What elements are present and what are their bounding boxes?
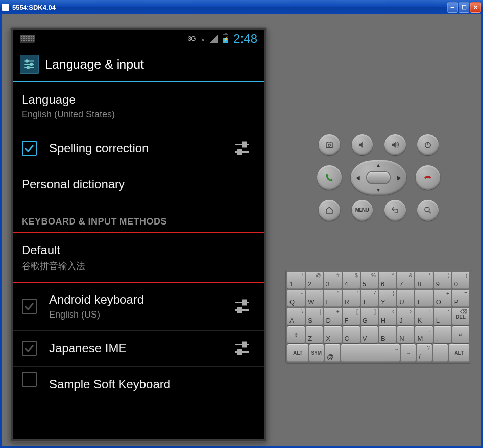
- key-3[interactable]: 3#: [324, 272, 341, 289]
- menu-button[interactable]: MENU: [352, 200, 373, 221]
- key-x[interactable]: X: [324, 326, 341, 343]
- dpad-down-icon[interactable]: ▼: [376, 187, 381, 193]
- dpad[interactable]: ▲ ▼ ◀ ▶: [351, 160, 406, 195]
- key-o[interactable]: O+: [434, 290, 451, 307]
- svg-rect-17: [238, 350, 241, 354]
- end-call-button[interactable]: [416, 165, 440, 190]
- row-personal-dictionary[interactable]: Personal dictionary: [13, 166, 264, 202]
- key-4[interactable]: 4$: [343, 272, 360, 289]
- key-5[interactable]: 5%: [361, 272, 378, 289]
- key-u[interactable]: U-: [397, 290, 414, 307]
- key-↵[interactable]: ↵: [452, 326, 469, 343]
- home-button[interactable]: [319, 200, 340, 221]
- checkbox-checked-disabled-icon[interactable]: [22, 341, 37, 356]
- key-g[interactable]: G]: [361, 308, 378, 325]
- key-alt[interactable]: ALT: [287, 344, 308, 362]
- settings-sliders-button[interactable]: [219, 130, 264, 166]
- hardware-keyboard: 1!2@3#4$5%6^7&8*9(0) Q~W`E"R'T{Y}U-I_O+P…: [285, 270, 471, 364]
- key-e[interactable]: E": [324, 290, 341, 307]
- row-title: Japanese IME: [49, 341, 214, 356]
- key-f[interactable]: F[: [343, 308, 360, 325]
- row-default-input[interactable]: Default 谷歌拼音输入法: [13, 232, 264, 283]
- key-sym[interactable]: SYM: [309, 344, 324, 362]
- minimize-button[interactable]: ━: [447, 2, 458, 13]
- checkbox-unchecked-icon[interactable]: [22, 372, 37, 387]
- key-⇧[interactable]: ⇧: [287, 326, 305, 343]
- window-title: 5554:SDK4.04: [12, 4, 56, 11]
- svg-point-5: [27, 66, 29, 68]
- key-2[interactable]: 2@: [306, 272, 323, 289]
- window-body: 3G ✕ ⚡ 2:48 Language & input: [0, 14, 483, 448]
- row-japanese-ime[interactable]: Japanese IME: [13, 331, 264, 367]
- key-k[interactable]: K;: [415, 308, 432, 325]
- row-language[interactable]: Language English (United States): [13, 82, 264, 130]
- row-spelling-correction[interactable]: Spelling correction: [13, 130, 264, 166]
- device-screen: 3G ✕ ⚡ 2:48 Language & input: [13, 30, 264, 439]
- call-button[interactable]: [317, 165, 342, 190]
- checkbox-checked-icon[interactable]: [22, 141, 37, 156]
- ime-indicator-icon: [20, 35, 35, 43]
- row-subtitle: 谷歌拼音输入法: [22, 260, 255, 272]
- key-9[interactable]: 9(: [434, 272, 451, 289]
- row-title: Sample Soft Keyboard: [49, 377, 255, 392]
- key-@[interactable]: @: [325, 344, 340, 362]
- key-space[interactable]: [433, 344, 448, 362]
- window-titlebar[interactable]: 5554:SDK4.04 ━ ☐ ✕: [0, 0, 483, 14]
- key-del[interactable]: DEL⌫: [452, 308, 469, 325]
- key-7[interactable]: 7&: [397, 272, 414, 289]
- key-8[interactable]: 8*: [415, 272, 432, 289]
- back-button[interactable]: [384, 200, 406, 221]
- row-sample-soft-keyboard[interactable]: Sample Soft Keyboard: [13, 367, 264, 392]
- settings-list[interactable]: Language English (United States) Spellin…: [13, 82, 264, 392]
- row-android-keyboard[interactable]: Android keyboard English (US): [13, 282, 264, 331]
- key-l[interactable]: L:: [434, 308, 451, 325]
- key-s[interactable]: S|: [306, 308, 323, 325]
- key-p[interactable]: P=: [452, 290, 469, 307]
- key-a[interactable]: A\: [287, 308, 305, 325]
- key-0[interactable]: 0): [452, 272, 469, 289]
- svg-rect-13: [238, 308, 241, 312]
- key-→[interactable]: →: [401, 344, 416, 362]
- key-v[interactable]: V: [361, 326, 378, 343]
- key-,[interactable]: ,: [434, 326, 451, 343]
- key-/[interactable]: /?: [417, 344, 432, 362]
- settings-sliders-icon: [20, 55, 39, 74]
- camera-button[interactable]: [319, 134, 340, 155]
- key-h[interactable]: H<: [379, 308, 396, 325]
- key-space[interactable]: ⎵: [341, 344, 400, 362]
- dpad-left-icon[interactable]: ◀: [356, 174, 360, 180]
- close-button[interactable]: ✕: [470, 2, 481, 13]
- svg-point-1: [26, 60, 28, 62]
- key-6[interactable]: 6^: [379, 272, 396, 289]
- dpad-right-icon[interactable]: ▶: [397, 174, 401, 180]
- volume-down-button[interactable]: [352, 134, 373, 155]
- settings-sliders-button[interactable]: [219, 282, 264, 330]
- key-i[interactable]: I_: [415, 290, 432, 307]
- page-header: Language & input: [13, 48, 264, 79]
- key-t[interactable]: T{: [361, 290, 378, 307]
- key-1[interactable]: 1!: [287, 272, 305, 289]
- key-alt[interactable]: ALT: [449, 344, 469, 362]
- key-j[interactable]: J>: [397, 308, 414, 325]
- status-bar[interactable]: 3G ✕ ⚡ 2:48: [13, 30, 264, 48]
- search-button[interactable]: [417, 200, 439, 221]
- power-button[interactable]: [417, 134, 439, 155]
- dpad-center-button[interactable]: [367, 172, 390, 183]
- key-d[interactable]: D÷: [324, 308, 341, 325]
- key-w[interactable]: W`: [306, 290, 323, 307]
- key-m[interactable]: M.: [415, 326, 432, 343]
- row-title: Android keyboard: [49, 292, 214, 307]
- key-b[interactable]: B: [379, 326, 396, 343]
- section-header-keyboard: KEYBOARD & INPUT METHODS: [13, 202, 264, 233]
- key-q[interactable]: Q~: [287, 290, 305, 307]
- key-z[interactable]: Z: [306, 326, 323, 343]
- key-y[interactable]: Y}: [379, 290, 396, 307]
- volume-up-button[interactable]: [384, 134, 406, 155]
- maximize-button[interactable]: ☐: [459, 2, 469, 13]
- key-c[interactable]: C: [343, 326, 360, 343]
- key-n[interactable]: N: [397, 326, 414, 343]
- checkbox-checked-disabled-icon[interactable]: [22, 299, 37, 314]
- key-r[interactable]: R': [343, 290, 360, 307]
- settings-sliders-button[interactable]: [219, 331, 264, 366]
- dpad-up-icon[interactable]: ▲: [376, 162, 381, 168]
